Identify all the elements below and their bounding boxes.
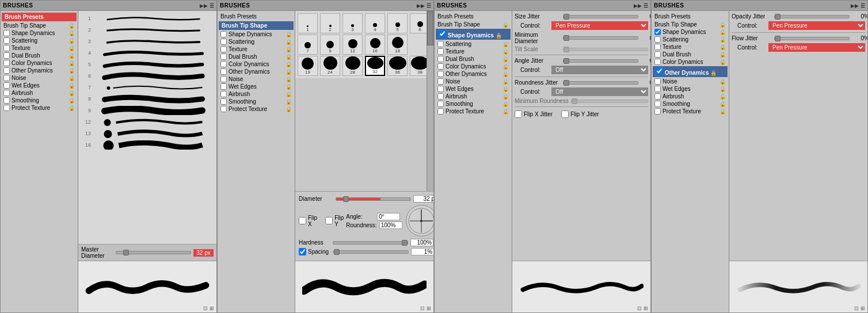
- panel4-other-dynamics[interactable]: Other Dynamics 🔒: [653, 66, 728, 77]
- list-item[interactable]: 3: [81, 36, 214, 47]
- panel2-check-airbrush[interactable]: [220, 91, 227, 97]
- grid-item[interactable]: 5: [387, 13, 408, 33]
- grid-item[interactable]: 24: [320, 56, 340, 76]
- panel4-sidebar-wet-edges[interactable]: Wet Edges 🔒: [652, 85, 729, 93]
- panel2-sidebar-airbrush[interactable]: Airbrush 🔒: [218, 90, 295, 98]
- panel3-sidebar-brush-tip[interactable]: Brush Tip Shape 🔒: [435, 21, 512, 28]
- panel2-sidebar-color-dynamics[interactable]: Color Dynamics 🔒: [218, 60, 295, 68]
- grid-item[interactable]: 32: [365, 56, 385, 76]
- panel3-min-diameter-slider[interactable]: [563, 36, 638, 40]
- panel3-flip-x-check[interactable]: [515, 110, 522, 118]
- panel4-menu-icon[interactable]: ☰: [861, 3, 865, 9]
- panel4-sidebar-smoothing[interactable]: Smoothing 🔒: [652, 100, 729, 108]
- panel4-sidebar-airbrush[interactable]: Airbrush 🔒: [652, 93, 729, 100]
- list-item[interactable]: 12: [81, 117, 214, 127]
- grid-item[interactable]: 2: [320, 13, 340, 33]
- grid-item[interactable]: 18: [387, 35, 408, 55]
- panel4-check-color-dynamics[interactable]: [654, 59, 661, 65]
- panel2-hardness-value[interactable]: [410, 239, 433, 246]
- panel4-opacity-jitter-slider[interactable]: [774, 15, 850, 18]
- panel3-roundness-control-select[interactable]: Off: [551, 87, 648, 96]
- panel3-angle-jitter-slider[interactable]: [563, 59, 638, 63]
- panel2-preview-btn2[interactable]: ⊞: [427, 306, 431, 311]
- panel3-sidebar-dual-brush[interactable]: Dual Brush 🔒: [435, 55, 512, 63]
- panel2-hardness-slider[interactable]: [333, 241, 408, 245]
- panel3-check-protect-texture[interactable]: [437, 108, 444, 114]
- panel3-check-shape-dynamics[interactable]: [439, 30, 446, 37]
- panel2-sidebar-protect-texture[interactable]: Protect Texture 🔒: [218, 105, 295, 113]
- panel1-check-other-dynamics[interactable]: [3, 67, 10, 74]
- panel3-sidebar-wet-edges[interactable]: Wet Edges 🔒: [435, 85, 512, 93]
- panel1-check-smoothing[interactable]: [3, 97, 10, 104]
- panel4-sidebar-color-dynamics[interactable]: Color Dynamics 🔒: [652, 58, 729, 66]
- panel3-menu-icon[interactable]: ☰: [644, 3, 648, 9]
- panel3-check-noise[interactable]: [437, 78, 444, 85]
- panel1-preview-btn1[interactable]: ⊡: [203, 306, 208, 311]
- grid-item[interactable]: 12: [342, 35, 363, 55]
- panel2-brush-tip-shape[interactable]: Brush Tip Shape: [219, 21, 294, 30]
- panel3-preview-btn2[interactable]: ⊞: [644, 306, 648, 311]
- panel1-sidebar-noise[interactable]: Noise 🔒: [1, 74, 78, 82]
- panel1-check-airbrush[interactable]: [3, 90, 10, 96]
- panel1-brush-presets[interactable]: Brush Presets: [2, 13, 77, 21]
- list-item[interactable]: 1: [81, 13, 214, 24]
- panel3-roundness-jitter-slider[interactable]: [563, 81, 638, 85]
- panel4-sidebar-scattering[interactable]: Scattering 🔒: [652, 36, 729, 43]
- panel4-sidebar-dual-brush[interactable]: Dual Brush 🔒: [652, 51, 729, 58]
- panel2-sidebar-dual-brush[interactable]: Dual Brush 🔒: [218, 53, 295, 60]
- panel1-menu-icon[interactable]: ☰: [210, 3, 214, 9]
- grid-item[interactable]: 36: [387, 56, 408, 76]
- panel2-check-smoothing[interactable]: [220, 98, 227, 105]
- panel1-check-noise[interactable]: [3, 75, 10, 81]
- panel3-sidebar-smoothing[interactable]: Smoothing 🔒: [435, 100, 512, 108]
- panel4-check-noise[interactable]: [654, 78, 661, 85]
- panel3-angle-control-select[interactable]: Off: [551, 66, 648, 74]
- list-item[interactable]: 4: [81, 48, 214, 58]
- panel3-size-jitter-slider[interactable]: [563, 15, 638, 18]
- panel1-check-texture[interactable]: [3, 45, 10, 51]
- panel1-diameter-slider[interactable]: [116, 251, 191, 254]
- panel1-sidebar-other-dynamics[interactable]: Other Dynamics 🔒: [1, 67, 78, 74]
- panel4-brush-presets[interactable]: Brush Presets: [652, 12, 729, 21]
- panel2-flip-x-label[interactable]: Flip X: [299, 215, 317, 227]
- panel2-flip-y[interactable]: [325, 217, 333, 224]
- panel3-expand-icon[interactable]: ▶▶: [634, 3, 642, 9]
- grid-item[interactable]: 4: [365, 13, 385, 33]
- panel3-check-other-dynamics[interactable]: [437, 71, 444, 77]
- panel2-expand-icon[interactable]: ▶▶: [417, 3, 425, 9]
- panel2-brush-grid[interactable]: 1 2 3 4 5 6 7 9 12 16 18 19 24 28: [295, 11, 433, 78]
- panel1-sidebar-airbrush[interactable]: Airbrush 🔒: [1, 89, 78, 97]
- panel2-sidebar-scattering[interactable]: Scattering 🔒: [218, 38, 295, 45]
- panel3-sidebar-noise[interactable]: Noise 🔒: [435, 78, 512, 85]
- panel2-spacing-checkbox-label[interactable]: Spacing: [299, 248, 329, 255]
- panel3-sidebar-airbrush[interactable]: Airbrush 🔒: [435, 93, 512, 100]
- panel3-check-dual-brush[interactable]: [437, 56, 444, 62]
- grid-item[interactable]: 9: [320, 35, 340, 55]
- panel3-check-airbrush[interactable]: [437, 93, 444, 100]
- panel4-check-protect-texture[interactable]: [654, 108, 661, 114]
- panel3-flip-y-check[interactable]: [561, 110, 569, 118]
- panel1-sidebar-brush-tip-shape[interactable]: Brush Tip Shape 🔒: [1, 22, 78, 29]
- panel4-sidebar-brush-tip[interactable]: Brush Tip Shape 🔒: [652, 21, 729, 28]
- list-item[interactable]: 9: [81, 105, 214, 116]
- panel4-sidebar-protect-texture[interactable]: Protect Texture 🔒: [652, 108, 729, 115]
- panel2-scrollbar[interactable]: [427, 11, 433, 191]
- panel1-check-shape-dynamics[interactable]: [3, 30, 10, 36]
- panel2-diameter-slider[interactable]: [336, 197, 411, 201]
- panel4-check-wet-edges[interactable]: [654, 86, 661, 92]
- panel2-spacing-slider[interactable]: [333, 250, 409, 254]
- list-item[interactable]: 7: [81, 82, 214, 93]
- panel3-check-wet-edges[interactable]: [437, 86, 444, 92]
- panel3-flip-x-jitter[interactable]: Flip X Jitter: [515, 110, 553, 118]
- panel3-sidebar-scattering[interactable]: Scattering 🔒: [435, 40, 512, 48]
- panel2-check-shape-dynamics[interactable]: [220, 31, 227, 37]
- list-item[interactable]: 13: [81, 128, 214, 139]
- panel4-expand-icon[interactable]: ▶▶: [851, 3, 859, 9]
- panel2-check-noise[interactable]: [220, 76, 227, 82]
- panel2-scrollbar-thumb[interactable]: [427, 11, 433, 45]
- panel1-check-wet-edges[interactable]: [3, 82, 10, 89]
- panel1-check-scattering[interactable]: [3, 37, 10, 44]
- panel2-check-scattering[interactable]: [220, 39, 227, 45]
- grid-item[interactable]: 28: [342, 56, 363, 76]
- panel4-flow-jitter-slider[interactable]: [774, 37, 850, 40]
